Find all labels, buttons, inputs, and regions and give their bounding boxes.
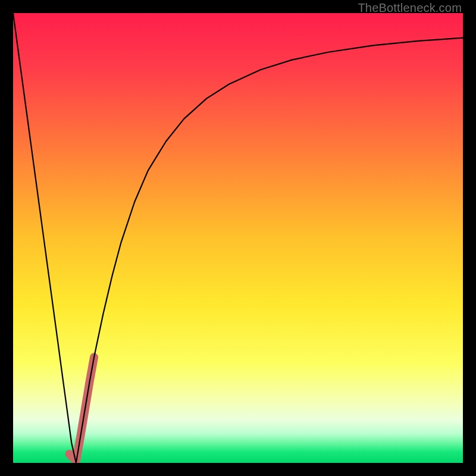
- chart-frame: TheBottleneck.com: [0, 0, 476, 476]
- watermark-label: TheBottleneck.com: [358, 1, 462, 15]
- plot-area: [13, 13, 463, 463]
- chart-svg: [13, 13, 463, 463]
